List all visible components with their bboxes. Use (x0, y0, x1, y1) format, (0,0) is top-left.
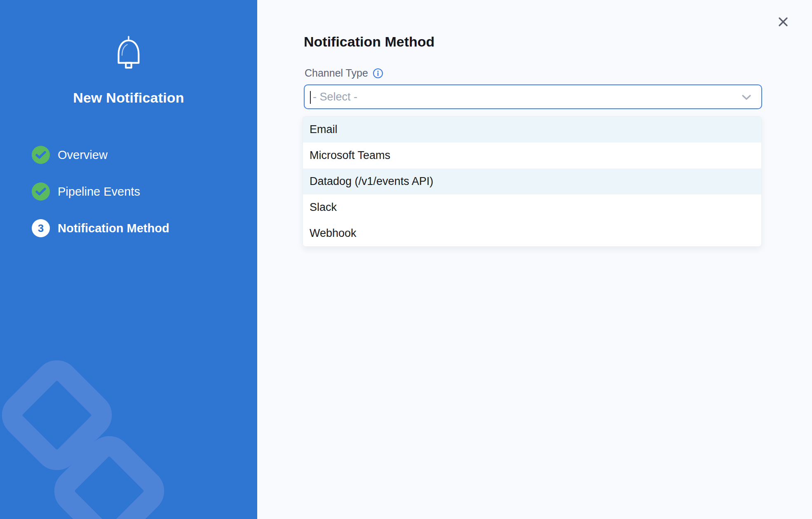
channel-type-dropdown: Email Microsoft Teams Datadog (/v1/event… (303, 116, 762, 247)
step-notification-method[interactable]: 3 Notification Method (32, 219, 169, 237)
close-icon (777, 16, 789, 28)
check-circle-icon (32, 182, 50, 201)
page-title: Notification Method (304, 34, 434, 50)
dropdown-option-datadog[interactable]: Datadog (/v1/events API) (303, 168, 761, 194)
step-number: 3 (38, 222, 44, 235)
new-notification-modal: New Notification Overview Pipeline Event… (0, 0, 812, 519)
step-overview[interactable]: Overview (32, 146, 169, 164)
dropdown-option-webhook[interactable]: Webhook (303, 220, 761, 246)
channel-type-label: Channel Type (305, 67, 368, 79)
dropdown-option-label: Datadog (/v1/events API) (310, 175, 433, 188)
wizard-steps: Overview Pipeline Events 3 Notification … (32, 146, 169, 237)
dropdown-option-label: Webhook (310, 227, 357, 240)
channel-type-input[interactable] (305, 85, 761, 108)
bell-icon (0, 35, 257, 72)
channel-type-label-row: Channel Type (305, 67, 383, 79)
info-icon[interactable] (373, 68, 383, 79)
dropdown-option-slack[interactable]: Slack (303, 194, 761, 220)
dropdown-option-email[interactable]: Email (303, 117, 761, 143)
step-number-badge: 3 (32, 219, 50, 237)
close-button[interactable] (776, 14, 791, 29)
wizard-sidebar: New Notification Overview Pipeline Event… (0, 0, 257, 519)
dropdown-option-label: Microsoft Teams (310, 149, 390, 162)
wizard-title: New Notification (0, 90, 257, 106)
dropdown-option-microsoft-teams[interactable]: Microsoft Teams (303, 143, 761, 168)
dropdown-option-label: Email (310, 123, 338, 136)
step-label: Notification Method (58, 222, 169, 235)
step-pipeline-events[interactable]: Pipeline Events (32, 182, 169, 201)
step-label: Pipeline Events (58, 185, 140, 199)
text-caret (310, 91, 311, 104)
channel-type-select[interactable] (304, 84, 762, 109)
check-circle-icon (32, 146, 50, 164)
notification-method-panel: Notification Method Channel Type (257, 0, 812, 519)
step-label: Overview (58, 148, 108, 162)
dropdown-option-label: Slack (310, 201, 337, 214)
